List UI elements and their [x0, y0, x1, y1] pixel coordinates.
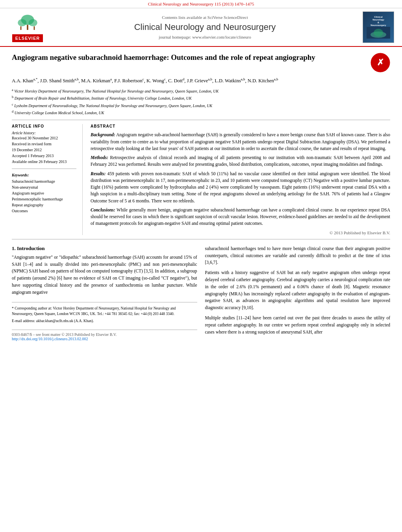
history-label: Article history: — [12, 131, 76, 135]
divider-info — [12, 169, 76, 169]
footnote-1: * Corresponding author at: Victor Horsle… — [12, 306, 197, 317]
article-title: Angiogram negative subarachnoid haemorrh… — [12, 53, 365, 63]
affiliation-b: b Department of Brain Repair and Rehabil… — [12, 95, 390, 101]
received-revised-label: Received in revised form — [12, 141, 76, 147]
elsevier-tree-icon — [12, 13, 43, 34]
svg-point-2 — [18, 19, 26, 26]
abstract-results: Results: 459 patients with proven non-tr… — [91, 171, 390, 204]
keyword-4: Perimesencephalic haemorrhage — [12, 196, 76, 202]
divider-2 — [12, 239, 390, 239]
journal-reference-bar: Clinical Neurology and Neurosurgery 115 … — [0, 0, 402, 8]
elsevier-logo: ELSEVIER — [8, 13, 47, 42]
affiliation-d: d University College London Medical Scho… — [12, 109, 390, 116]
footnote-text: * Corresponding author at: Victor Horsle… — [12, 306, 197, 324]
keywords-title: Keywords: — [12, 173, 76, 177]
intro-para-1: "Angiogram negative" or "idiopathic" sub… — [12, 254, 197, 296]
intro-text: "Angiogram negative" or "idiopathic" sub… — [12, 254, 197, 296]
available-date: Available online 26 February 2013 — [12, 159, 76, 165]
abstract-text: Background: Angiogram negative sub-arach… — [91, 132, 390, 227]
intro-text-right: subarachnoid haemorrhages tend to have m… — [205, 245, 391, 336]
cover-graphic-icon — [367, 27, 390, 39]
col-right: subarachnoid haemorrhages tend to have m… — [205, 245, 391, 341]
keywords-block: Keywords: Subarachnoid haemorrhage Non-a… — [12, 173, 76, 214]
svg-point-3 — [29, 19, 37, 26]
svg-text:✗: ✗ — [377, 57, 384, 67]
sciverse-link[interactable]: Contents lists available at SciVerse Sci… — [47, 15, 363, 20]
journal-header: ELSEVIER Contents lists available at Sci… — [0, 8, 402, 47]
svg-point-9 — [374, 29, 383, 37]
article-body: Angiogram negative subarachnoid haemorrh… — [0, 47, 402, 347]
keyword-6: Outcomes — [12, 208, 76, 214]
keyword-1: Subarachnoid haemorrhage — [12, 178, 76, 184]
intro-section-title: 1. Introduction — [12, 245, 197, 252]
abstract-methods: Methods: Retrospective analysis of clini… — [91, 154, 390, 168]
crossmark-icon[interactable]: ✗ CrossMark — [371, 53, 390, 72]
divider-1 — [12, 120, 390, 120]
abstract-conclusions: Conclusions: While generally more benign… — [91, 207, 390, 227]
elsevier-label: ELSEVIER — [12, 34, 43, 42]
journal-ref-text: Clinical Neurology and Neurosurgery 115 … — [148, 2, 254, 6]
received-date: Received 30 November 2012 — [12, 135, 76, 141]
copyright-bottom: 0303-8467/$ – see front matter © 2013 Pu… — [12, 332, 197, 341]
article-title-section: Angiogram negative subarachnoid haemorrh… — [12, 53, 390, 72]
main-text: 1. Introduction "Angiogram negative" or … — [12, 245, 390, 341]
bottom-bar: 0303-8467/$ – see front matter © 2013 Pu… — [12, 330, 197, 341]
intro-para-right-1: subarachnoid haemorrhages tend to have m… — [205, 245, 391, 266]
keyword-5: Repeat angiography — [12, 202, 76, 208]
received-revised-date: 19 December 2012 — [12, 147, 76, 153]
affiliation-c: c Lysholm Department of Neuroradiology, … — [12, 102, 390, 109]
journal-center: Contents lists available at SciVerse Sci… — [47, 15, 363, 39]
abstract-section: Abstract Background: Angiogram negative … — [91, 124, 390, 235]
svg-rect-5 — [20, 26, 22, 30]
abstract-title: Abstract — [91, 124, 390, 128]
copyright-line: © 2013 Published by Elsevier B.V. — [91, 230, 390, 235]
authors: A.A. Khana,*, J.D. Shand Smitha,b, M.A. … — [12, 76, 390, 85]
doi-link[interactable]: http://dx.doi.org/10.1016/j.clineuro.201… — [12, 337, 88, 341]
affiliation-a: a Victor Horsley Department of Neurosurg… — [12, 88, 390, 94]
col-left: 1. Introduction "Angiogram negative" or … — [12, 245, 197, 341]
history-block: Article history: Received 30 November 20… — [12, 131, 76, 165]
article-info-panel: Article info Article history: Received 3… — [12, 124, 83, 235]
article-info-title: Article info — [12, 124, 76, 128]
affiliations: a Victor Horsley Department of Neurosurg… — [12, 88, 390, 116]
svg-rect-6 — [34, 26, 35, 30]
svg-rect-4 — [27, 25, 28, 30]
footnotes: * Corresponding author at: Victor Horsle… — [12, 302, 197, 324]
abstract-background: Background: Angiogram negative sub-arach… — [91, 132, 390, 152]
intro-para-right-2: Patients with a history suggestive of SA… — [205, 269, 391, 311]
keyword-3: Angiogram negative — [12, 190, 76, 196]
footnote-2: E-mail address: akbar.khan@uclh.nhs.uk (… — [12, 318, 197, 324]
intro-para-right-3: Multiple studies [11–24] have been carri… — [205, 315, 391, 336]
accepted-date: Accepted 1 February 2013 — [12, 153, 76, 159]
journal-title: Clinical Neurology and Neurosurgery — [47, 22, 363, 32]
svg-text:CrossMark: CrossMark — [374, 69, 386, 71]
keyword-2: Non-aneurysmal — [12, 184, 76, 190]
journal-homepage[interactable]: journal homepage: www.elsevier.com/locat… — [47, 35, 363, 39]
journal-cover-image: ClinicalNeurology&Neurosurgery — [363, 11, 394, 43]
page-wrapper: Clinical Neurology and Neurosurgery 115 … — [0, 0, 402, 347]
article-info-abstract: Article info Article history: Received 3… — [12, 124, 390, 235]
